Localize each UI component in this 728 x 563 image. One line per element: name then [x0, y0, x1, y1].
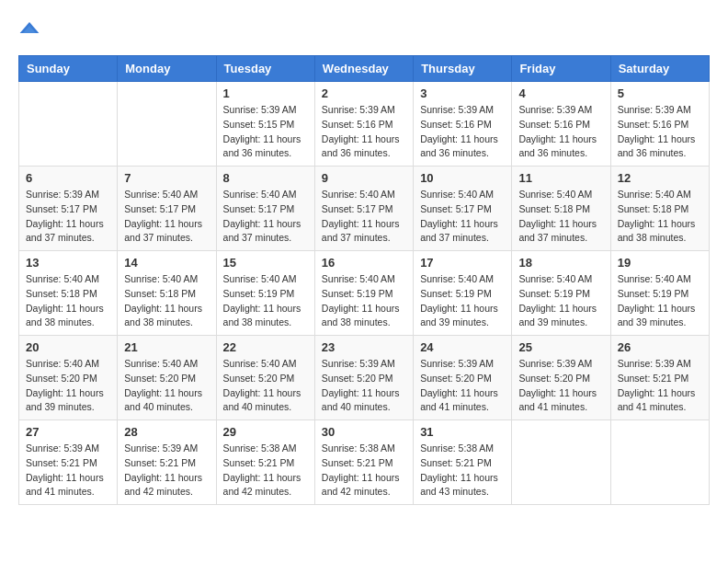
calendar-cell: 30 Sunrise: 5:38 AMSunset: 5:21 PMDaylig… [314, 420, 413, 505]
day-number: 19 [618, 256, 702, 270]
day-number: 31 [420, 425, 505, 439]
day-detail: Sunrise: 5:40 AMSunset: 5:17 PMDaylight:… [420, 188, 505, 246]
day-number: 30 [322, 425, 406, 439]
calendar-cell: 26 Sunrise: 5:39 AMSunset: 5:21 PMDaylig… [610, 336, 709, 420]
day-detail: Sunrise: 5:40 AMSunset: 5:20 PMDaylight:… [124, 357, 209, 415]
calendar-cell: 13 Sunrise: 5:40 AMSunset: 5:18 PMDaylig… [19, 251, 118, 336]
day-header-saturday: Saturday [610, 56, 709, 82]
day-number: 29 [223, 425, 308, 439]
day-number: 22 [223, 340, 308, 354]
day-number: 4 [518, 86, 603, 100]
calendar-week-1: 1 Sunrise: 5:39 AMSunset: 5:15 PMDayligh… [19, 82, 710, 167]
day-number: 26 [618, 340, 702, 354]
day-detail: Sunrise: 5:40 AMSunset: 5:19 PMDaylight:… [420, 272, 505, 330]
page-header [18, 18, 710, 40]
day-header-friday: Friday [512, 56, 610, 82]
calendar-cell [512, 420, 610, 505]
day-detail: Sunrise: 5:40 AMSunset: 5:18 PMDaylight:… [124, 272, 209, 330]
day-number: 23 [322, 340, 406, 354]
day-detail: Sunrise: 5:39 AMSunset: 5:15 PMDaylight:… [223, 103, 308, 161]
day-detail: Sunrise: 5:39 AMSunset: 5:20 PMDaylight:… [420, 357, 505, 415]
calendar-cell: 19 Sunrise: 5:40 AMSunset: 5:19 PMDaylig… [610, 251, 709, 336]
calendar-cell: 3 Sunrise: 5:39 AMSunset: 5:16 PMDayligh… [414, 82, 512, 167]
day-detail: Sunrise: 5:40 AMSunset: 5:19 PMDaylight:… [223, 272, 308, 330]
calendar-week-3: 13 Sunrise: 5:40 AMSunset: 5:18 PMDaylig… [19, 251, 710, 336]
day-number: 16 [322, 256, 406, 270]
day-number: 14 [124, 256, 209, 270]
day-detail: Sunrise: 5:39 AMSunset: 5:20 PMDaylight:… [518, 357, 603, 415]
day-number: 11 [518, 171, 603, 185]
calendar-cell: 8 Sunrise: 5:40 AMSunset: 5:17 PMDayligh… [216, 167, 314, 251]
day-number: 15 [223, 256, 308, 270]
day-detail: Sunrise: 5:40 AMSunset: 5:17 PMDaylight:… [124, 188, 209, 246]
day-header-wednesday: Wednesday [314, 56, 413, 82]
day-detail: Sunrise: 5:40 AMSunset: 5:17 PMDaylight:… [322, 188, 406, 246]
day-number: 7 [124, 171, 209, 185]
day-number: 6 [26, 171, 110, 185]
calendar-cell: 2 Sunrise: 5:39 AMSunset: 5:16 PMDayligh… [314, 82, 413, 167]
day-header-sunday: Sunday [19, 56, 118, 82]
calendar-cell: 28 Sunrise: 5:39 AMSunset: 5:21 PMDaylig… [118, 420, 216, 505]
day-detail: Sunrise: 5:40 AMSunset: 5:19 PMDaylight:… [518, 272, 603, 330]
day-number: 17 [420, 256, 505, 270]
calendar-header-row: SundayMondayTuesdayWednesdayThursdayFrid… [19, 56, 710, 82]
calendar-cell [118, 82, 216, 167]
day-detail: Sunrise: 5:39 AMSunset: 5:16 PMDaylight:… [618, 103, 702, 161]
calendar-cell: 16 Sunrise: 5:40 AMSunset: 5:19 PMDaylig… [314, 251, 413, 336]
calendar-cell: 6 Sunrise: 5:39 AMSunset: 5:17 PMDayligh… [19, 167, 118, 251]
day-number: 12 [618, 171, 702, 185]
calendar-cell: 18 Sunrise: 5:40 AMSunset: 5:19 PMDaylig… [512, 251, 610, 336]
calendar-week-2: 6 Sunrise: 5:39 AMSunset: 5:17 PMDayligh… [19, 167, 710, 251]
day-number: 27 [26, 425, 110, 439]
day-detail: Sunrise: 5:39 AMSunset: 5:21 PMDaylight:… [26, 442, 110, 500]
calendar-week-5: 27 Sunrise: 5:39 AMSunset: 5:21 PMDaylig… [19, 420, 710, 505]
day-detail: Sunrise: 5:39 AMSunset: 5:16 PMDaylight:… [518, 103, 603, 161]
calendar-cell: 4 Sunrise: 5:39 AMSunset: 5:16 PMDayligh… [512, 82, 610, 167]
day-detail: Sunrise: 5:39 AMSunset: 5:21 PMDaylight:… [124, 442, 209, 500]
day-detail: Sunrise: 5:39 AMSunset: 5:21 PMDaylight:… [618, 357, 702, 415]
day-detail: Sunrise: 5:40 AMSunset: 5:19 PMDaylight:… [618, 272, 702, 330]
day-number: 5 [618, 86, 702, 100]
day-number: 3 [420, 86, 505, 100]
day-detail: Sunrise: 5:40 AMSunset: 5:19 PMDaylight:… [322, 272, 406, 330]
day-number: 28 [124, 425, 209, 439]
calendar-cell: 14 Sunrise: 5:40 AMSunset: 5:18 PMDaylig… [118, 251, 216, 336]
calendar-cell: 1 Sunrise: 5:39 AMSunset: 5:15 PMDayligh… [216, 82, 314, 167]
day-detail: Sunrise: 5:39 AMSunset: 5:16 PMDaylight:… [322, 103, 406, 161]
calendar-cell: 15 Sunrise: 5:40 AMSunset: 5:19 PMDaylig… [216, 251, 314, 336]
day-detail: Sunrise: 5:38 AMSunset: 5:21 PMDaylight:… [223, 442, 308, 500]
day-header-tuesday: Tuesday [216, 56, 314, 82]
calendar-cell: 25 Sunrise: 5:39 AMSunset: 5:20 PMDaylig… [512, 336, 610, 420]
day-number: 24 [420, 340, 505, 354]
day-number: 13 [26, 256, 110, 270]
day-number: 8 [223, 171, 308, 185]
calendar-cell: 12 Sunrise: 5:40 AMSunset: 5:18 PMDaylig… [610, 167, 709, 251]
day-detail: Sunrise: 5:40 AMSunset: 5:18 PMDaylight:… [518, 188, 603, 246]
calendar-cell: 17 Sunrise: 5:40 AMSunset: 5:19 PMDaylig… [414, 251, 512, 336]
day-number: 1 [223, 86, 308, 100]
day-number: 20 [26, 340, 110, 354]
calendar-week-4: 20 Sunrise: 5:40 AMSunset: 5:20 PMDaylig… [19, 336, 710, 420]
day-number: 2 [322, 86, 406, 100]
day-detail: Sunrise: 5:39 AMSunset: 5:17 PMDaylight:… [26, 188, 110, 246]
calendar-cell: 23 Sunrise: 5:39 AMSunset: 5:20 PMDaylig… [314, 336, 413, 420]
logo [18, 18, 44, 40]
calendar-cell: 5 Sunrise: 5:39 AMSunset: 5:16 PMDayligh… [610, 82, 709, 167]
day-detail: Sunrise: 5:40 AMSunset: 5:18 PMDaylight:… [618, 188, 702, 246]
calendar-cell: 29 Sunrise: 5:38 AMSunset: 5:21 PMDaylig… [216, 420, 314, 505]
calendar-cell: 7 Sunrise: 5:40 AMSunset: 5:17 PMDayligh… [118, 167, 216, 251]
calendar-table: SundayMondayTuesdayWednesdayThursdayFrid… [18, 55, 710, 505]
day-number: 10 [420, 171, 505, 185]
day-header-monday: Monday [118, 56, 216, 82]
calendar-cell: 21 Sunrise: 5:40 AMSunset: 5:20 PMDaylig… [118, 336, 216, 420]
calendar-cell: 31 Sunrise: 5:38 AMSunset: 5:21 PMDaylig… [414, 420, 512, 505]
day-detail: Sunrise: 5:38 AMSunset: 5:21 PMDaylight:… [322, 442, 406, 500]
calendar-cell: 27 Sunrise: 5:39 AMSunset: 5:21 PMDaylig… [19, 420, 118, 505]
day-number: 21 [124, 340, 209, 354]
calendar-cell: 20 Sunrise: 5:40 AMSunset: 5:20 PMDaylig… [19, 336, 118, 420]
day-detail: Sunrise: 5:40 AMSunset: 5:20 PMDaylight:… [223, 357, 308, 415]
day-detail: Sunrise: 5:39 AMSunset: 5:16 PMDaylight:… [420, 103, 505, 161]
day-number: 25 [518, 340, 603, 354]
calendar-cell: 11 Sunrise: 5:40 AMSunset: 5:18 PMDaylig… [512, 167, 610, 251]
calendar-cell: 22 Sunrise: 5:40 AMSunset: 5:20 PMDaylig… [216, 336, 314, 420]
